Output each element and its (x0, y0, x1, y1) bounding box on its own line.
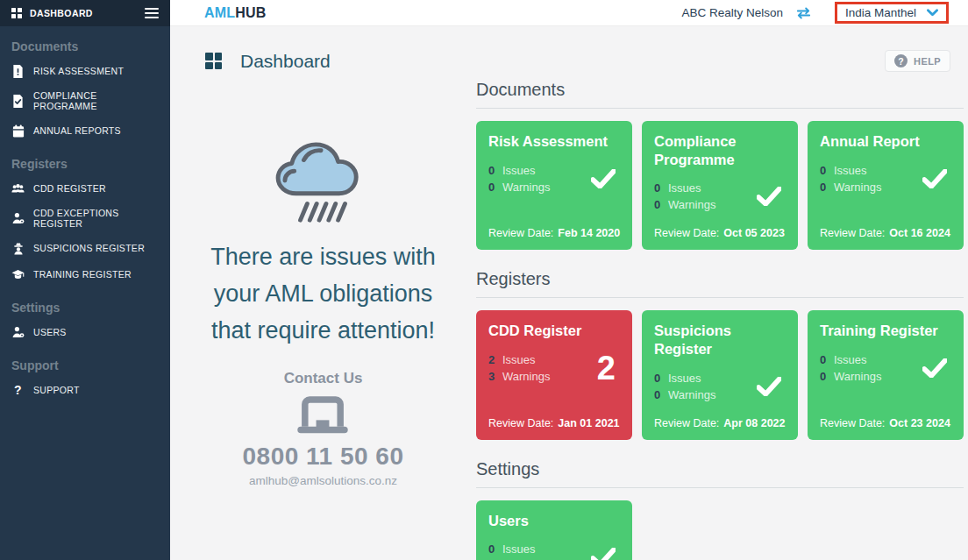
sidebar-item-compliance-programme[interactable]: COMPLIANCE PROGRAMME (0, 84, 170, 117)
top-header: AMLHUB ABC Realty Nelson India Manthel (170, 0, 968, 26)
review-date: Review Date:Oct 23 2024 (820, 403, 951, 429)
review-date: Review Date:Feb 14 2020 (488, 213, 620, 239)
swap-arrows-icon[interactable] (795, 7, 812, 19)
sidebar-item-label: SUPPORT (33, 385, 80, 395)
account-name: ABC Realty Nelson (681, 6, 783, 19)
review-date: Review Date:Oct 05 2023 (654, 213, 786, 239)
contact-heading: Contact Us (284, 370, 363, 387)
card-suspicions-register[interactable]: Suspicions Register 0Issues 0Warnings (642, 310, 798, 439)
sidebar-item-label: ANNUAL REPORTS (33, 125, 121, 136)
chevron-down-icon (927, 6, 938, 19)
status-message: There are issues with your AML obligatio… (192, 238, 455, 349)
sidebar-item-label: COMPLIANCE PROGRAMME (33, 90, 159, 111)
card-training-register[interactable]: Training Register 0Issues 0Warnings (808, 310, 964, 439)
rain-cloud-icon (270, 140, 377, 228)
amlhub-logo[interactable]: AMLHUB (204, 5, 267, 21)
calendar-icon (11, 124, 25, 138)
sidebar-item-label: RISK ASSESSMENT (33, 66, 124, 76)
section-title: Settings (476, 459, 964, 488)
contact-block: Contact Us 0800 11 50 60 amlhub@amlsolut… (242, 370, 403, 487)
sidebar: DASHBOARD Documents RISK ASSESSMENT COMP… (0, 0, 170, 560)
contact-email[interactable]: amlhub@amlsolutions.co.nz (249, 474, 397, 487)
content: Dashboard ? HELP (170, 26, 968, 560)
card-compliance-programme[interactable]: Compliance Programme 0Issues 0Warnings (642, 121, 798, 250)
status-panel: There are issues with your AML obligatio… (170, 72, 476, 560)
dashboard-grid-icon (11, 8, 22, 18)
card-annual-report[interactable]: Annual Report 0Issues 0Warnings R (808, 121, 964, 250)
card-users[interactable]: Users 0Issues 0Warnings (476, 500, 632, 560)
document-exclamation-icon (11, 64, 25, 78)
section-registers: Registers CDD Register 2Issues 3Warnings… (476, 269, 964, 439)
main-area: AMLHUB ABC Realty Nelson India Manthel D… (170, 0, 968, 560)
sidebar-item-annual-reports[interactable]: ANNUAL REPORTS (0, 117, 170, 144)
sidebar-item-label: SUSPICIONS REGISTER (33, 243, 145, 253)
sidebar-section-settings: Settings (0, 287, 170, 319)
sidebar-item-label: DASHBOARD (30, 8, 137, 18)
sidebar-item-training-register[interactable]: TRAINING REGISTER (0, 261, 170, 287)
card-cdd-register[interactable]: CDD Register 2Issues 3Warnings 2 Review … (476, 310, 632, 439)
cards-column: Documents Risk Assessment 0Issues 0Warni… (476, 72, 968, 560)
graduation-cap-icon (11, 267, 25, 281)
help-button[interactable]: ? HELP (885, 50, 950, 72)
section-title: Documents (476, 80, 964, 109)
user-cog-icon (11, 325, 25, 339)
user-select-dropdown[interactable]: India Manthel (835, 2, 949, 24)
check-icon (757, 377, 786, 396)
check-icon (591, 169, 620, 188)
sidebar-item-risk-assessment[interactable]: RISK ASSESSMENT (0, 58, 170, 84)
sidebar-item-cdd-register[interactable]: CDD REGISTER (0, 175, 170, 202)
sidebar-item-dashboard[interactable]: DASHBOARD (0, 0, 170, 26)
section-title: Registers (476, 269, 964, 298)
user-cog-icon (11, 211, 25, 225)
users-group-icon (11, 181, 25, 195)
sidebar-section-support: Support (0, 345, 170, 377)
user-name: India Manthel (845, 6, 916, 19)
section-documents: Documents Risk Assessment 0Issues 0Warni… (476, 80, 964, 250)
review-date: Review Date:Oct 16 2024 (820, 213, 951, 239)
issue-count-badge: 2 (597, 351, 620, 385)
check-icon (922, 358, 951, 378)
card-risk-assessment[interactable]: Risk Assessment 0Issues 0Warnings (476, 121, 632, 250)
hamburger-icon[interactable] (145, 5, 159, 22)
sidebar-item-label: USERS (33, 327, 67, 337)
sidebar-item-label: CDD REGISTER (33, 183, 106, 194)
sidebar-item-support[interactable]: ? SUPPORT (0, 377, 170, 403)
sidebar-item-cdd-exceptions-register[interactable]: CDD EXCEPTIONS REGISTER (0, 202, 170, 235)
sidebar-section-documents: Documents (0, 26, 170, 58)
user-secret-icon (11, 241, 25, 255)
sidebar-item-label: CDD EXCEPTIONS REGISTER (33, 208, 159, 229)
document-check-icon (11, 94, 25, 108)
question-circle-icon: ? (894, 54, 908, 67)
check-icon (922, 169, 951, 188)
sidebar-item-users[interactable]: USERS (0, 319, 170, 345)
section-settings: Settings Users 0Issues 0Warnings (476, 459, 964, 560)
dashboard-grid-icon (205, 53, 222, 69)
question-mark-icon: ? (11, 383, 25, 397)
check-icon (757, 187, 786, 206)
laptop-icon (293, 392, 352, 441)
sidebar-item-label: TRAINING REGISTER (33, 269, 132, 280)
sidebar-section-registers: Registers (0, 144, 170, 175)
review-date: Review Date:Apr 08 2022 (654, 403, 786, 429)
sidebar-item-suspicions-register[interactable]: SUSPICIONS REGISTER (0, 235, 170, 261)
contact-phone: 0800 11 50 60 (242, 443, 403, 471)
review-date: Review Date:Jan 01 2021 (488, 403, 620, 429)
page-title: Dashboard (240, 51, 331, 72)
check-icon (591, 548, 620, 560)
